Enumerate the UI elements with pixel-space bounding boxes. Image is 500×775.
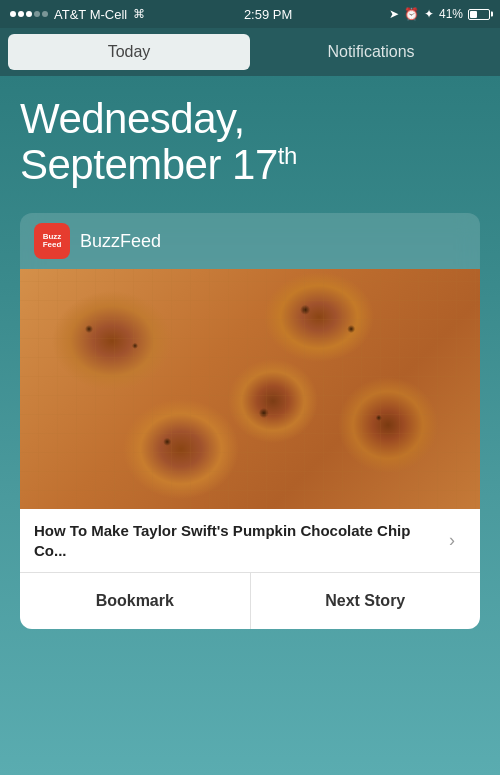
article-image xyxy=(20,269,480,509)
widget-header: BuzzFeed BuzzFeed xyxy=(20,213,480,269)
article-title: How To Make Taylor Swift's Pumpkin Choco… xyxy=(34,521,430,560)
signal-dot-3 xyxy=(26,11,32,17)
battery-icon xyxy=(468,9,490,20)
signal-dot-5 xyxy=(42,11,48,17)
bluetooth-icon: ✦ xyxy=(424,7,434,21)
signal-strength xyxy=(10,11,48,17)
alarm-icon: ⏰ xyxy=(404,7,419,21)
signal-dot-2 xyxy=(18,11,24,17)
cookie-photo xyxy=(20,269,480,509)
buzzfeed-logo-text: BuzzFeed xyxy=(43,233,62,251)
buzzfeed-widget: BuzzFeed BuzzFeed How To Make Taylor Swi… xyxy=(20,213,480,629)
date-line2: September 17th xyxy=(20,142,480,188)
battery-fill xyxy=(470,11,477,18)
clock: 2:59 PM xyxy=(244,7,292,22)
date-line1: Wednesday, xyxy=(20,96,480,142)
date-suffix: th xyxy=(278,142,297,169)
navigation-icon: ➤ xyxy=(389,7,399,21)
tab-bar: Today Notifications xyxy=(0,28,500,76)
status-right: ➤ ⏰ ✦ 41% xyxy=(389,7,490,21)
widget-app-name: BuzzFeed xyxy=(80,231,161,252)
signal-dot-4 xyxy=(34,11,40,17)
tab-notifications[interactable]: Notifications xyxy=(250,34,492,70)
status-bar: AT&T M-Cell ⌘ 2:59 PM ➤ ⏰ ✦ 41% xyxy=(0,0,500,28)
bookmark-button[interactable]: Bookmark xyxy=(20,573,251,629)
main-content: Wednesday, September 17th BuzzFeed BuzzF… xyxy=(0,76,500,775)
signal-dot-1 xyxy=(10,11,16,17)
status-left: AT&T M-Cell ⌘ xyxy=(10,7,147,22)
date-heading: Wednesday, September 17th xyxy=(20,96,480,188)
action-buttons: Bookmark Next Story xyxy=(20,572,480,629)
buzzfeed-logo: BuzzFeed xyxy=(34,223,70,259)
chevron-right-icon: › xyxy=(438,527,466,555)
carrier-label: AT&T M-Cell xyxy=(54,7,127,22)
article-caption[interactable]: How To Make Taylor Swift's Pumpkin Choco… xyxy=(20,509,480,572)
battery-percent: 41% xyxy=(439,7,463,21)
wifi-icon: ⌘ xyxy=(133,7,145,21)
next-story-button[interactable]: Next Story xyxy=(251,573,481,629)
tab-today[interactable]: Today xyxy=(8,34,250,70)
